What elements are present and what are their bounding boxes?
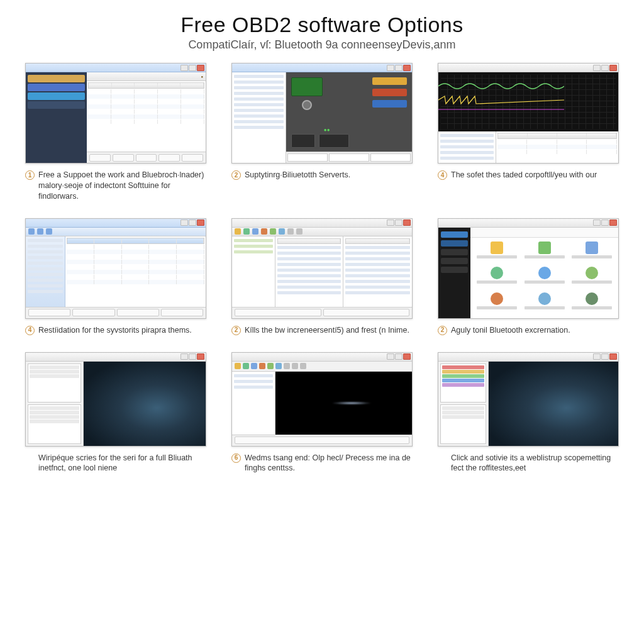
- footer-status: [232, 307, 412, 318]
- app-icon[interactable]: [474, 267, 519, 289]
- minimize-icon[interactable]: [593, 65, 601, 71]
- nav-item[interactable]: [441, 249, 468, 255]
- footer-buttons: [87, 152, 206, 163]
- close-icon[interactable]: [403, 219, 411, 226]
- close-icon[interactable]: [197, 65, 204, 71]
- window-titlebar: [438, 64, 618, 72]
- footer-button[interactable]: [28, 309, 70, 316]
- app-icon[interactable]: [474, 292, 519, 314]
- signal-table: [496, 131, 618, 163]
- app-icon[interactable]: [474, 242, 519, 264]
- footer-button[interactable]: [182, 154, 203, 162]
- step-badge: 6: [231, 453, 241, 463]
- app-launcher: [470, 238, 618, 318]
- gauge-widget[interactable]: [291, 134, 315, 148]
- status: [323, 309, 410, 316]
- signal-list: [438, 131, 496, 163]
- close-icon[interactable]: [197, 219, 204, 226]
- step-badge: 2: [231, 326, 241, 335]
- screenshot-7[interactable]: [25, 352, 206, 447]
- gauge-widget[interactable]: [291, 77, 323, 96]
- sidebar-item[interactable]: [28, 84, 85, 91]
- caption-text: Free a Suppoet the work and Bluebroch·ln…: [38, 170, 206, 202]
- caption-text: Suptytinrg·Biliuetotth Serverts.: [245, 170, 350, 180]
- dial-widget[interactable]: [302, 100, 312, 110]
- maximize-icon[interactable]: [189, 353, 196, 360]
- nav-item[interactable]: [441, 240, 468, 247]
- close-icon[interactable]: [609, 219, 617, 226]
- desktop-preview: [489, 362, 618, 446]
- nav-item[interactable]: [441, 267, 468, 273]
- gauge-widget[interactable]: [372, 100, 407, 108]
- black-nav: [438, 228, 470, 318]
- minimize-icon[interactable]: [180, 65, 188, 71]
- nav-sidebar: [26, 72, 87, 163]
- footer-button[interactable]: [72, 309, 114, 316]
- gauge-widget[interactable]: [372, 89, 407, 96]
- nav-item[interactable]: [441, 231, 468, 238]
- maximize-icon[interactable]: [395, 65, 402, 71]
- footer-button[interactable]: [161, 309, 203, 316]
- screenshot-2[interactable]: ●●: [231, 63, 413, 164]
- footer-button[interactable]: [235, 436, 409, 444]
- content-toolbar: ●: [87, 72, 206, 81]
- status: [235, 309, 321, 316]
- grid-table: [65, 236, 206, 307]
- maximize-icon[interactable]: [601, 65, 609, 71]
- app-icon[interactable]: [569, 292, 614, 314]
- screenshot-4[interactable]: [25, 218, 206, 319]
- maximize-icon[interactable]: [395, 219, 402, 226]
- minimize-icon[interactable]: [387, 65, 394, 71]
- screenshot-1[interactable]: ●: [25, 63, 206, 164]
- footer-button[interactable]: [113, 154, 134, 162]
- step-badge: 2: [231, 170, 241, 180]
- app-icon[interactable]: [522, 292, 567, 314]
- app-icon[interactable]: [522, 242, 567, 264]
- speed-readout: ●●: [324, 127, 330, 133]
- screenshot-9[interactable]: [438, 352, 619, 447]
- sidebar-item[interactable]: [28, 101, 85, 109]
- window-titlebar: [232, 353, 412, 362]
- maximize-icon[interactable]: [395, 353, 402, 360]
- minimize-icon[interactable]: [593, 219, 601, 226]
- maximize-icon[interactable]: [601, 219, 609, 226]
- minimize-icon[interactable]: [593, 353, 601, 360]
- screenshot-6[interactable]: [438, 218, 619, 319]
- sidebar-item[interactable]: [28, 92, 85, 100]
- minimize-icon[interactable]: [180, 353, 188, 360]
- footer-button[interactable]: [158, 154, 180, 162]
- panel-group: [28, 364, 81, 403]
- close-icon[interactable]: [609, 65, 617, 71]
- sidebar-item[interactable]: [28, 75, 85, 82]
- maximize-icon[interactable]: [601, 353, 609, 360]
- maximize-icon[interactable]: [189, 65, 196, 71]
- minimize-icon[interactable]: [387, 353, 394, 360]
- cell-6: 2Aguly tonil Bluetooth excrernation.: [438, 218, 619, 336]
- close-icon[interactable]: [403, 353, 411, 360]
- minimize-icon[interactable]: [180, 219, 188, 226]
- minimize-icon[interactable]: [387, 219, 394, 226]
- panel-group: [440, 404, 486, 444]
- page-title: Free OBD2 software Options: [25, 13, 619, 37]
- screenshot-3[interactable]: [438, 63, 619, 164]
- close-icon[interactable]: [403, 65, 411, 71]
- screenshot-5[interactable]: [231, 218, 413, 319]
- close-icon[interactable]: [609, 353, 617, 360]
- screenshot-8[interactable]: [231, 352, 413, 447]
- footer-button[interactable]: [89, 154, 111, 162]
- caption-text: Restíidation for the syvstorits pirapra …: [38, 325, 192, 336]
- app-icon[interactable]: [569, 267, 614, 289]
- app-icon[interactable]: [569, 242, 614, 264]
- close-icon[interactable]: [197, 353, 204, 360]
- window-titlebar: [438, 219, 618, 228]
- gauge-widget[interactable]: [372, 77, 407, 85]
- maximize-icon[interactable]: [189, 219, 196, 226]
- gauge-widget[interactable]: [319, 134, 349, 148]
- caption-text: Click and sotivie its a weblistrup scope…: [451, 453, 619, 474]
- footer-button[interactable]: [117, 309, 159, 316]
- left-tree: [232, 236, 275, 307]
- footer-button[interactable]: [136, 154, 157, 162]
- nav-item[interactable]: [441, 258, 468, 264]
- app-icon[interactable]: [522, 267, 567, 289]
- media-toolbar: [232, 362, 412, 372]
